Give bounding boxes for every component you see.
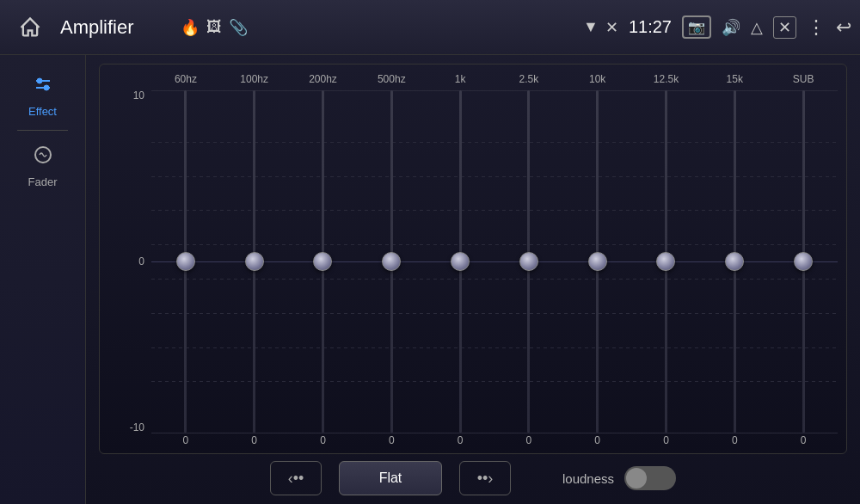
value-label-500hz: 0 — [357, 434, 426, 446]
value-label-60hz: 0 — [151, 434, 220, 446]
slider-track-200hz — [322, 90, 324, 433]
freq-label-10k: 10k — [563, 73, 632, 85]
loudness-toggle[interactable] — [624, 466, 676, 490]
slider-track-container-60hz — [151, 90, 220, 433]
sliders-area — [151, 90, 838, 433]
flat-button[interactable]: Flat — [339, 461, 442, 495]
y-label-middle: 0 — [138, 256, 144, 267]
toggle-knob — [626, 468, 647, 489]
value-label-12.5k: 0 — [632, 434, 701, 446]
topbar-status-icons: 🔥 🖼 📎 — [181, 18, 248, 37]
slider-col-100hz — [220, 90, 289, 433]
freq-label-500hz: 500hz — [357, 73, 426, 85]
camera-icon[interactable]: 📷 — [682, 15, 711, 39]
slider-col-1k — [426, 90, 494, 433]
prev-button[interactable]: ‹•• — [270, 461, 322, 495]
freq-labels: 60hz 100hz 200hz 500hz 1k 2.5k 10k 12.5k… — [108, 73, 838, 85]
eq-area: 10 0 -10 — [108, 90, 838, 433]
bottom-controls: ‹•• Flat ••› loudness — [99, 454, 847, 495]
eq-container: 60hz 100hz 200hz 500hz 1k 2.5k 10k 12.5k… — [99, 64, 847, 454]
y-label-bottom: -10 — [130, 422, 144, 433]
slider-track-10k — [596, 90, 599, 433]
slider-col-200hz — [289, 90, 358, 433]
freq-label-15k: 15k — [700, 73, 769, 85]
clock: 11:27 — [629, 17, 672, 37]
next-button[interactable]: ••› — [459, 461, 511, 495]
sidebar: Effect Fader — [0, 55, 86, 504]
slider-thumb-100hz[interactable] — [245, 252, 264, 271]
slider-col-12.5k — [632, 90, 701, 433]
effect-icon — [31, 72, 55, 101]
close-icon[interactable]: ✕ — [773, 16, 796, 39]
slider-track-container-SUB — [769, 90, 838, 433]
slider-track-12.5k — [665, 90, 667, 433]
value-label-100hz: 0 — [220, 434, 289, 446]
slider-thumb-12.5k[interactable] — [656, 252, 675, 271]
sidebar-fader-label: Fader — [28, 175, 58, 188]
flame-icon: 🔥 — [181, 18, 200, 37]
freq-label-100hz: 100hz — [220, 73, 289, 85]
slider-thumb-10k[interactable] — [588, 252, 607, 271]
menu-icon[interactable]: ⋮ — [807, 16, 826, 39]
svg-point-2 — [37, 78, 42, 83]
sidebar-item-fader[interactable]: Fader — [0, 134, 85, 197]
slider-track-500hz — [390, 90, 393, 433]
home-button[interactable] — [9, 15, 52, 40]
slider-thumb-2.5k[interactable] — [519, 252, 538, 271]
slider-col-60hz — [151, 90, 220, 433]
svg-point-3 — [44, 85, 49, 90]
value-label-15k: 0 — [700, 434, 769, 446]
loudness-label: loudness — [562, 471, 614, 486]
slider-track-container-1k — [426, 90, 494, 433]
slider-track-SUB — [802, 90, 805, 433]
slider-thumb-15k[interactable] — [725, 252, 744, 271]
slider-thumb-1k[interactable] — [451, 252, 470, 271]
eject-icon[interactable]: △ — [751, 18, 763, 37]
freq-label-2.5k: 2.5k — [494, 73, 563, 85]
network-icons: ▼ ✕ — [583, 18, 618, 37]
next-icon: ••› — [477, 470, 494, 488]
freq-label-1k: 1k — [426, 73, 494, 85]
y-label-top: 10 — [133, 90, 144, 101]
value-label-1k: 0 — [426, 434, 494, 446]
slider-col-2.5k — [494, 90, 563, 433]
freq-label-sub: SUB — [769, 73, 838, 85]
slider-track-15k — [734, 90, 736, 433]
topbar-right-icons: 📷 🔊 △ ✕ ⋮ ↩ — [682, 15, 851, 39]
signal-off-icon: ✕ — [605, 18, 618, 37]
bookmark-icon: 📎 — [229, 18, 248, 37]
image-icon: 🖼 — [206, 18, 222, 36]
slider-track-container-500hz — [357, 90, 426, 433]
prev-icon: ‹•• — [288, 470, 304, 488]
y-axis: 10 0 -10 — [108, 90, 151, 433]
slider-track-container-200hz — [289, 90, 358, 433]
freq-label-60hz: 60hz — [151, 73, 220, 85]
slider-col-SUB — [769, 90, 838, 433]
page-title: Amplifier — [60, 16, 172, 39]
slider-thumb-500hz[interactable] — [382, 252, 401, 271]
fader-icon — [31, 143, 55, 172]
value-labels: 0000000000 — [108, 434, 838, 446]
wifi-icon: ▼ — [583, 18, 599, 36]
topbar: Amplifier 🔥 🖼 📎 ▼ ✕ 11:27 📷 🔊 △ ✕ ⋮ ↩ — [0, 0, 860, 55]
slider-track-2.5k — [527, 90, 530, 433]
slider-thumb-SUB[interactable] — [794, 252, 813, 271]
slider-track-container-10k — [563, 90, 632, 433]
freq-label-200hz: 200hz — [289, 73, 358, 85]
value-label-SUB: 0 — [769, 434, 838, 446]
volume-icon[interactable]: 🔊 — [722, 18, 740, 37]
slider-track-container-100hz — [220, 90, 289, 433]
value-label-200hz: 0 — [289, 434, 358, 446]
sidebar-effect-label: Effect — [28, 105, 57, 118]
loudness-section: loudness — [562, 466, 676, 490]
slider-col-15k — [700, 90, 769, 433]
slider-track-container-15k — [700, 90, 769, 433]
back-icon[interactable]: ↩ — [836, 16, 851, 39]
value-label-2.5k: 0 — [494, 434, 563, 446]
slider-track-container-2.5k — [494, 90, 563, 433]
freq-label-12.5k: 12.5k — [632, 73, 701, 85]
main-content: Effect Fader 60hz 100hz 200hz 500hz 1k 2… — [0, 55, 860, 504]
sidebar-item-effect[interactable]: Effect — [0, 64, 85, 126]
slider-thumb-200hz[interactable] — [313, 252, 332, 271]
slider-thumb-60hz[interactable] — [176, 252, 195, 271]
